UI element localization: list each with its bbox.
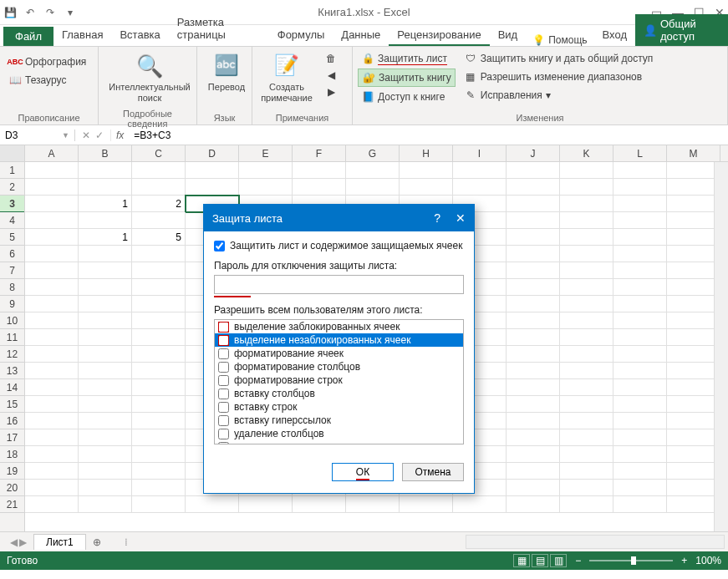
row-header[interactable]: 19 — [0, 463, 24, 480]
protect-share-button[interactable]: 🛡Защитить книгу и дать общий доступ — [461, 50, 657, 67]
cell[interactable] — [507, 212, 560, 229]
permissions-list[interactable]: выделение заблокированных ячееквыделение… — [214, 319, 464, 444]
cell[interactable] — [613, 296, 667, 312]
cell[interactable] — [613, 363, 667, 379]
cell[interactable] — [132, 446, 186, 463]
sheet-nav-next-icon[interactable]: ▶ — [19, 536, 27, 548]
cell[interactable] — [667, 396, 720, 413]
next-comment-button[interactable]: ▶ — [321, 84, 341, 100]
row-header[interactable]: 9 — [0, 296, 24, 312]
row-header[interactable]: 10 — [0, 312, 24, 329]
ok-button[interactable]: ОК — [332, 463, 394, 481]
cell[interactable] — [613, 246, 667, 262]
row-header[interactable]: 1 — [0, 162, 24, 179]
cell[interactable] — [613, 480, 667, 496]
cell[interactable] — [507, 229, 560, 246]
cell[interactable] — [613, 496, 667, 513]
column-header[interactable]: I — [453, 145, 507, 161]
cell[interactable] — [25, 463, 79, 480]
cell[interactable] — [560, 246, 613, 262]
permission-checkbox[interactable] — [218, 348, 229, 359]
sheet-tab-active[interactable]: Лист1 — [33, 534, 86, 550]
row-header[interactable]: 16 — [0, 413, 24, 429]
cell[interactable] — [239, 496, 293, 513]
cell[interactable] — [667, 329, 720, 346]
cell[interactable] — [507, 413, 560, 429]
column-header[interactable]: M — [667, 145, 720, 161]
cell[interactable] — [667, 312, 720, 329]
cell[interactable] — [79, 296, 132, 312]
cell[interactable] — [132, 496, 186, 513]
formula-input[interactable] — [129, 130, 728, 141]
row-header[interactable]: 6 — [0, 246, 24, 262]
permission-item[interactable]: выделение незаблокированных ячеек — [215, 333, 463, 347]
share-button[interactable]: 👤 Общий доступ — [635, 14, 728, 46]
cell[interactable] — [507, 279, 560, 296]
permission-item[interactable]: форматирование столбцов — [215, 360, 463, 373]
cell[interactable] — [25, 179, 79, 196]
column-header[interactable]: J — [507, 145, 560, 161]
cell[interactable] — [346, 162, 400, 179]
cell[interactable] — [613, 196, 667, 212]
cell[interactable] — [667, 346, 720, 363]
cell[interactable] — [79, 480, 132, 496]
thesaurus-button[interactable]: 📖Тезаурус — [5, 72, 93, 89]
cell[interactable] — [79, 212, 132, 229]
cell[interactable] — [667, 212, 720, 229]
cell[interactable] — [400, 179, 453, 196]
cell[interactable] — [667, 229, 720, 246]
column-header[interactable]: B — [79, 145, 132, 161]
cell[interactable] — [132, 463, 186, 480]
row-header[interactable]: 3 — [0, 196, 24, 212]
tab-insert[interactable]: Вставка — [111, 25, 168, 46]
cell[interactable] — [400, 496, 453, 513]
undo-icon[interactable]: ↶ — [23, 6, 37, 19]
add-sheet-button[interactable]: ⊕ — [86, 536, 108, 548]
cell[interactable] — [79, 329, 132, 346]
login-button[interactable]: Вход — [594, 25, 635, 46]
fx-icon[interactable]: fx — [111, 130, 129, 141]
cell[interactable] — [560, 363, 613, 379]
permission-item[interactable]: вставку строк — [215, 400, 463, 414]
cancel-formula-icon[interactable]: ✕ — [82, 130, 90, 141]
cell[interactable] — [346, 496, 400, 513]
cell[interactable] — [132, 429, 186, 446]
cell[interactable] — [507, 363, 560, 379]
cell[interactable] — [667, 179, 720, 196]
cell[interactable] — [453, 162, 507, 179]
cell[interactable] — [25, 429, 79, 446]
cell[interactable] — [667, 363, 720, 379]
delete-comment-button[interactable]: 🗑 — [321, 50, 341, 67]
cell[interactable] — [560, 162, 613, 179]
cell[interactable] — [667, 379, 720, 396]
cell[interactable] — [560, 429, 613, 446]
cell[interactable] — [25, 279, 79, 296]
row-header[interactable]: 21 — [0, 496, 24, 513]
cell[interactable] — [667, 196, 720, 212]
cell[interactable] — [613, 162, 667, 179]
cell[interactable] — [79, 162, 132, 179]
cell[interactable] — [79, 496, 132, 513]
row-header[interactable]: 8 — [0, 279, 24, 296]
cell[interactable] — [79, 262, 132, 279]
cell[interactable] — [25, 396, 79, 413]
cell[interactable] — [79, 396, 132, 413]
cell[interactable] — [25, 312, 79, 329]
normal-view-button[interactable]: ▦ — [513, 554, 530, 567]
cell[interactable] — [25, 496, 79, 513]
cell[interactable] — [560, 413, 613, 429]
cell[interactable] — [560, 480, 613, 496]
cell[interactable] — [667, 262, 720, 279]
cell[interactable] — [613, 312, 667, 329]
cell[interactable] — [667, 413, 720, 429]
cell[interactable] — [667, 463, 720, 480]
cell[interactable] — [507, 346, 560, 363]
cell[interactable] — [613, 413, 667, 429]
vertical-scrollbar[interactable] — [714, 162, 728, 531]
cell[interactable] — [507, 446, 560, 463]
cell[interactable] — [560, 329, 613, 346]
cell[interactable] — [613, 446, 667, 463]
cell[interactable] — [25, 346, 79, 363]
cell[interactable] — [613, 262, 667, 279]
cell[interactable] — [613, 463, 667, 480]
